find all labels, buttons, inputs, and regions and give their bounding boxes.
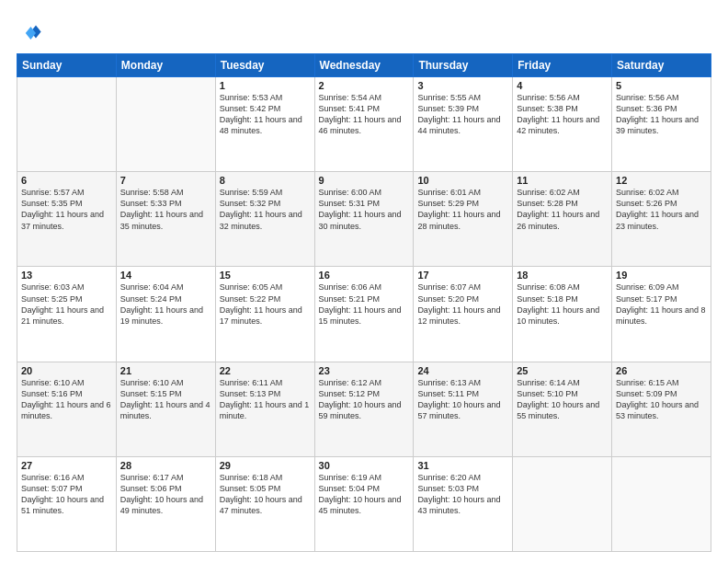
day-info: Sunrise: 5:57 AM Sunset: 5:35 PM Dayligh…: [21, 187, 112, 232]
calendar-cell: [513, 456, 612, 551]
day-number: 9: [319, 175, 410, 186]
day-number: 21: [120, 365, 211, 376]
day-info: Sunrise: 6:15 AM Sunset: 5:09 PM Dayligh…: [616, 377, 707, 422]
day-info: Sunrise: 6:07 AM Sunset: 5:20 PM Dayligh…: [417, 282, 508, 327]
day-number: 3: [417, 80, 508, 91]
day-info: Sunrise: 5:53 AM Sunset: 5:42 PM Dayligh…: [220, 92, 311, 137]
weekday-header-sunday: Sunday: [17, 54, 117, 77]
day-number: 15: [220, 270, 311, 281]
day-info: Sunrise: 5:59 AM Sunset: 5:32 PM Dayligh…: [220, 187, 311, 232]
calendar-cell: [116, 77, 215, 172]
day-number: 16: [319, 270, 410, 281]
day-info: Sunrise: 6:19 AM Sunset: 5:04 PM Dayligh…: [319, 472, 410, 517]
day-number: 18: [517, 270, 608, 281]
day-number: 22: [220, 365, 311, 376]
calendar-cell: 17Sunrise: 6:07 AM Sunset: 5:20 PM Dayli…: [414, 267, 513, 362]
weekday-header-row: SundayMondayTuesdayWednesdayThursdayFrid…: [17, 54, 711, 77]
day-info: Sunrise: 6:17 AM Sunset: 5:06 PM Dayligh…: [120, 472, 211, 517]
header: [17, 17, 711, 46]
calendar-cell: 9Sunrise: 6:00 AM Sunset: 5:31 PM Daylig…: [314, 172, 414, 267]
day-info: Sunrise: 6:20 AM Sunset: 5:03 PM Dayligh…: [417, 472, 508, 517]
day-info: Sunrise: 5:54 AM Sunset: 5:41 PM Dayligh…: [319, 92, 410, 137]
calendar-cell: 19Sunrise: 6:09 AM Sunset: 5:17 PM Dayli…: [612, 267, 711, 362]
weekday-header-monday: Monday: [116, 54, 215, 77]
day-number: 23: [319, 365, 410, 376]
day-info: Sunrise: 6:02 AM Sunset: 5:28 PM Dayligh…: [517, 187, 608, 232]
day-info: Sunrise: 6:18 AM Sunset: 5:05 PM Dayligh…: [220, 472, 311, 517]
day-number: 1: [220, 80, 311, 91]
week-row-1: 1Sunrise: 5:53 AM Sunset: 5:42 PM Daylig…: [17, 77, 711, 172]
calendar-cell: 26Sunrise: 6:15 AM Sunset: 5:09 PM Dayli…: [612, 362, 711, 456]
day-number: 30: [319, 460, 410, 471]
day-number: 20: [21, 365, 112, 376]
day-number: 31: [417, 460, 508, 471]
day-number: 27: [21, 460, 112, 471]
logo-icon: [17, 20, 42, 46]
week-row-3: 13Sunrise: 6:03 AM Sunset: 5:25 PM Dayli…: [17, 267, 711, 362]
day-number: 13: [21, 270, 112, 281]
calendar-cell: 1Sunrise: 5:53 AM Sunset: 5:42 PM Daylig…: [215, 77, 314, 172]
calendar-cell: 8Sunrise: 5:59 AM Sunset: 5:32 PM Daylig…: [215, 172, 314, 267]
calendar-cell: 6Sunrise: 5:57 AM Sunset: 5:35 PM Daylig…: [17, 172, 117, 267]
day-info: Sunrise: 6:10 AM Sunset: 5:16 PM Dayligh…: [21, 377, 112, 422]
day-number: 4: [517, 80, 608, 91]
day-info: Sunrise: 6:04 AM Sunset: 5:24 PM Dayligh…: [120, 282, 211, 327]
calendar-cell: 4Sunrise: 5:56 AM Sunset: 5:38 PM Daylig…: [513, 77, 612, 172]
day-info: Sunrise: 6:02 AM Sunset: 5:26 PM Dayligh…: [616, 187, 707, 232]
day-info: Sunrise: 5:56 AM Sunset: 5:38 PM Dayligh…: [517, 92, 608, 137]
weekday-header-thursday: Thursday: [414, 54, 513, 77]
day-info: Sunrise: 6:01 AM Sunset: 5:29 PM Dayligh…: [417, 187, 508, 232]
day-info: Sunrise: 6:09 AM Sunset: 5:17 PM Dayligh…: [616, 282, 707, 327]
day-number: 26: [616, 365, 707, 376]
day-info: Sunrise: 6:16 AM Sunset: 5:07 PM Dayligh…: [21, 472, 112, 517]
calendar-cell: 28Sunrise: 6:17 AM Sunset: 5:06 PM Dayli…: [116, 456, 215, 551]
logo: [17, 20, 46, 46]
calendar-cell: 2Sunrise: 5:54 AM Sunset: 5:41 PM Daylig…: [314, 77, 414, 172]
weekday-header-tuesday: Tuesday: [215, 54, 314, 77]
calendar-cell: 5Sunrise: 5:56 AM Sunset: 5:36 PM Daylig…: [612, 77, 711, 172]
calendar-table: SundayMondayTuesdayWednesdayThursdayFrid…: [17, 53, 711, 552]
calendar-cell: [612, 456, 711, 551]
day-info: Sunrise: 6:11 AM Sunset: 5:13 PM Dayligh…: [220, 377, 311, 422]
calendar-cell: 3Sunrise: 5:55 AM Sunset: 5:39 PM Daylig…: [414, 77, 513, 172]
calendar-cell: 21Sunrise: 6:10 AM Sunset: 5:15 PM Dayli…: [116, 362, 215, 456]
calendar-cell: 24Sunrise: 6:13 AM Sunset: 5:11 PM Dayli…: [414, 362, 513, 456]
day-number: 2: [319, 80, 410, 91]
day-number: 5: [616, 80, 707, 91]
calendar-cell: 14Sunrise: 6:04 AM Sunset: 5:24 PM Dayli…: [116, 267, 215, 362]
calendar-cell: 7Sunrise: 5:58 AM Sunset: 5:33 PM Daylig…: [116, 172, 215, 267]
calendar-cell: 16Sunrise: 6:06 AM Sunset: 5:21 PM Dayli…: [314, 267, 414, 362]
day-number: 12: [616, 175, 707, 186]
calendar-cell: 30Sunrise: 6:19 AM Sunset: 5:04 PM Dayli…: [314, 456, 414, 551]
day-info: Sunrise: 6:14 AM Sunset: 5:10 PM Dayligh…: [517, 377, 608, 422]
day-number: 10: [417, 175, 508, 186]
calendar-cell: 18Sunrise: 6:08 AM Sunset: 5:18 PM Dayli…: [513, 267, 612, 362]
calendar-cell: 13Sunrise: 6:03 AM Sunset: 5:25 PM Dayli…: [17, 267, 117, 362]
calendar-cell: 25Sunrise: 6:14 AM Sunset: 5:10 PM Dayli…: [513, 362, 612, 456]
day-number: 7: [120, 175, 211, 186]
calendar-cell: 23Sunrise: 6:12 AM Sunset: 5:12 PM Dayli…: [314, 362, 414, 456]
day-info: Sunrise: 6:03 AM Sunset: 5:25 PM Dayligh…: [21, 282, 112, 327]
week-row-5: 27Sunrise: 6:16 AM Sunset: 5:07 PM Dayli…: [17, 456, 711, 551]
calendar-cell: 15Sunrise: 6:05 AM Sunset: 5:22 PM Dayli…: [215, 267, 314, 362]
day-info: Sunrise: 5:56 AM Sunset: 5:36 PM Dayligh…: [616, 92, 707, 137]
week-row-2: 6Sunrise: 5:57 AM Sunset: 5:35 PM Daylig…: [17, 172, 711, 267]
calendar-cell: 27Sunrise: 6:16 AM Sunset: 5:07 PM Dayli…: [17, 456, 117, 551]
weekday-header-saturday: Saturday: [612, 54, 711, 77]
calendar-cell: 31Sunrise: 6:20 AM Sunset: 5:03 PM Dayli…: [414, 456, 513, 551]
day-number: 19: [616, 270, 707, 281]
day-number: 25: [517, 365, 608, 376]
day-number: 28: [120, 460, 211, 471]
weekday-header-friday: Friday: [513, 54, 612, 77]
day-number: 14: [120, 270, 211, 281]
day-number: 6: [21, 175, 112, 186]
day-number: 24: [417, 365, 508, 376]
day-info: Sunrise: 6:13 AM Sunset: 5:11 PM Dayligh…: [417, 377, 508, 422]
calendar-cell: 11Sunrise: 6:02 AM Sunset: 5:28 PM Dayli…: [513, 172, 612, 267]
calendar-cell: 20Sunrise: 6:10 AM Sunset: 5:16 PM Dayli…: [17, 362, 117, 456]
day-info: Sunrise: 6:12 AM Sunset: 5:12 PM Dayligh…: [319, 377, 410, 422]
calendar-cell: 10Sunrise: 6:01 AM Sunset: 5:29 PM Dayli…: [414, 172, 513, 267]
calendar-cell: 29Sunrise: 6:18 AM Sunset: 5:05 PM Dayli…: [215, 456, 314, 551]
day-info: Sunrise: 6:08 AM Sunset: 5:18 PM Dayligh…: [517, 282, 608, 327]
day-info: Sunrise: 6:05 AM Sunset: 5:22 PM Dayligh…: [220, 282, 311, 327]
